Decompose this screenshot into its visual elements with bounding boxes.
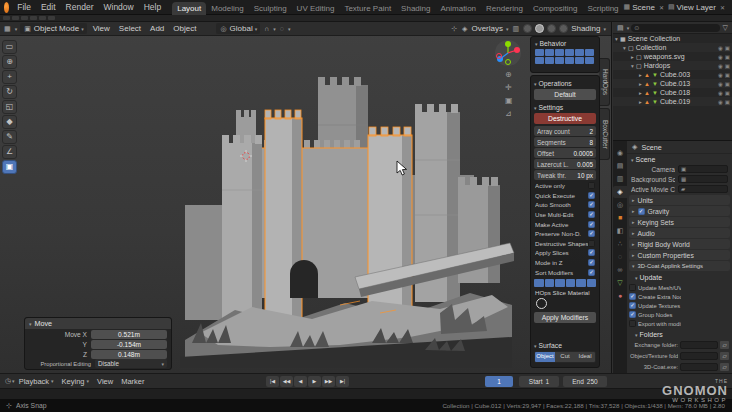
object-texture-folder-field[interactable] xyxy=(680,352,718,360)
apply-modifiers-button[interactable]: Apply Modifiers xyxy=(534,312,596,323)
play-reverse-button[interactable]: ◀ xyxy=(294,376,307,387)
frame-end-field[interactable]: End250 xyxy=(563,376,607,387)
tab-particles[interactable]: ∴ xyxy=(613,238,627,250)
tool-measure[interactable]: ∠ xyxy=(2,145,17,159)
checkbox[interactable] xyxy=(588,221,595,228)
chevron-down-icon[interactable]: ▾ xyxy=(534,105,537,111)
surface-mode-cut[interactable]: Cut xyxy=(555,352,575,362)
outliner-row-cube003[interactable]: ▸▲▼Cube.003◉▣ xyxy=(613,70,732,79)
chevron-down-icon[interactable]: ▾ xyxy=(534,81,537,87)
surface-mode-ideal[interactable]: Ideal xyxy=(575,352,595,362)
hardops-quick-icon[interactable] xyxy=(535,49,544,56)
outliner-editor-icon[interactable]: ▤ xyxy=(616,24,625,32)
check-export-modif[interactable]: Export with modif... xyxy=(629,319,681,328)
sidebar-tab-boxcutter[interactable]: BoxCutter xyxy=(599,108,610,160)
shading-solid-icon[interactable] xyxy=(535,24,544,33)
play-button[interactable]: ▶ xyxy=(308,376,321,387)
tab-scripting[interactable]: Scripting xyxy=(582,2,623,15)
menu-add[interactable]: Add xyxy=(147,24,167,33)
tweak-threshold-field[interactable]: Tweak thr.10 px xyxy=(534,170,596,180)
check-preserve[interactable]: Preserve Non-D. xyxy=(531,229,599,239)
folder-browse-icon[interactable]: ▱ xyxy=(720,341,729,349)
tab-layout[interactable]: Layout xyxy=(172,2,206,15)
tool-select-box[interactable]: ▭ xyxy=(2,40,17,54)
checkbox[interactable] xyxy=(588,230,595,237)
section-3dcoat[interactable]: ▾3D-Coat Applink Settings xyxy=(629,261,730,271)
tool-add-cube[interactable]: ▣ xyxy=(2,160,17,174)
tab-modifiers[interactable]: ◧ xyxy=(613,225,627,237)
hide-icon[interactable]: ◉ xyxy=(718,81,723,87)
prev-keyframe-button[interactable]: ◀◀ xyxy=(280,376,293,387)
tool-move[interactable]: + xyxy=(2,70,17,84)
tab-object-data[interactable]: ▽ xyxy=(613,277,627,289)
disclosure-icon[interactable]: ▸ xyxy=(637,99,644,105)
section-units[interactable]: ▸Units xyxy=(629,195,730,205)
render-visibility-icon[interactable]: ▣ xyxy=(725,81,730,87)
menu-window[interactable]: Window xyxy=(98,2,138,12)
disclosure-icon[interactable]: ▸ xyxy=(629,54,636,60)
tab-output[interactable]: ▤ xyxy=(613,160,627,172)
tab-sculpting[interactable]: Sculpting xyxy=(249,2,292,15)
shading-wireframe-icon[interactable] xyxy=(523,24,532,33)
hardops-quick-icon[interactable] xyxy=(585,57,594,64)
chevron-down-icon[interactable]: ▾ xyxy=(534,343,537,349)
hardops-quick-icon[interactable] xyxy=(555,49,564,56)
tab-modeling[interactable]: Modeling xyxy=(206,2,248,15)
checkbox[interactable] xyxy=(629,311,636,318)
tab-animation[interactable]: Animation xyxy=(435,2,481,15)
checkbox[interactable] xyxy=(588,201,595,208)
proportional-dropdown[interactable]: Disable▾ xyxy=(95,359,167,368)
lazercut-field[interactable]: Lazercut L.0.005 xyxy=(534,159,596,169)
menu-help[interactable]: Help xyxy=(139,2,166,12)
tool-settings-icon[interactable] xyxy=(12,16,19,20)
timeline-track-area[interactable] xyxy=(0,388,732,399)
editor-type-icon[interactable]: ▦ xyxy=(3,25,12,33)
disclosure-icon[interactable]: ▸ xyxy=(637,81,644,87)
disclosure-icon[interactable]: ▾ xyxy=(621,45,628,51)
checkbox[interactable] xyxy=(588,259,595,266)
chevron-down-icon[interactable]: ▾ xyxy=(635,332,638,338)
disclosure-icon[interactable]: ▾ xyxy=(629,63,636,69)
tool-rotate[interactable]: ↻ xyxy=(2,85,17,99)
viewport-3d[interactable]: ▦ ▾ ▣ Object Mode ▾ View Select Add Obje… xyxy=(0,22,612,373)
move-y-field[interactable]: -0.154m xyxy=(91,340,167,349)
shading-label[interactable]: Shading xyxy=(571,24,600,33)
outliner-row-cube018[interactable]: ▸▲▼Cube.018◉▣ xyxy=(613,88,732,97)
material-circle-icon[interactable] xyxy=(536,298,547,309)
sort-option-icon[interactable] xyxy=(566,279,576,287)
check-sort-modifiers[interactable]: Sort Modifiers xyxy=(531,267,599,277)
exchange-folder-field[interactable] xyxy=(680,341,718,349)
chevron-down-icon[interactable]: ▾ xyxy=(29,321,32,327)
gravity-checkbox[interactable] xyxy=(638,208,645,215)
shading-rendered-icon[interactable] xyxy=(559,24,568,33)
hide-icon[interactable]: ◉ xyxy=(718,63,723,69)
tab-constraints[interactable]: ∞ xyxy=(613,264,627,276)
menu-marker[interactable]: Marker xyxy=(117,377,148,386)
jump-to-end-button[interactable]: ▶| xyxy=(336,376,349,387)
check-make-active[interactable]: Make Active xyxy=(531,219,599,229)
checkbox[interactable] xyxy=(588,182,595,189)
surface-mode-object[interactable]: Object xyxy=(535,352,555,362)
check-update-textures[interactable]: Update Textures xyxy=(629,301,681,310)
disclosure-icon[interactable]: ▾ xyxy=(613,36,620,42)
offset-field[interactable]: Offset0.0005 xyxy=(534,148,596,158)
snap-magnet-icon[interactable]: ∩ xyxy=(263,25,270,32)
outliner-row-weapons[interactable]: ▸▢weapons.svg◉▣ xyxy=(613,52,732,61)
check-quick-execute[interactable]: Quick Execute xyxy=(531,191,599,201)
check-destructive-shapes[interactable]: Destructive Shapes xyxy=(531,239,599,249)
checkbox[interactable] xyxy=(588,192,595,199)
checkbox[interactable] xyxy=(629,293,636,300)
orientation-dropdown[interactable]: ◎ Global ▾ xyxy=(216,23,260,34)
checkbox[interactable] xyxy=(629,302,636,309)
sidebar-tab-hardops[interactable]: HardOps xyxy=(599,58,610,106)
tab-view-layer[interactable]: ▥ xyxy=(613,173,627,185)
array-count-field[interactable]: Array count2 xyxy=(534,126,596,136)
section-gravity[interactable]: ▸Gravity xyxy=(629,206,730,216)
scene-selector[interactable]: Scene xyxy=(632,3,655,12)
current-frame-field[interactable]: 1 xyxy=(485,376,513,387)
tab-rendering[interactable]: Rendering xyxy=(481,2,528,15)
checkbox[interactable] xyxy=(629,284,636,291)
mode-dropdown[interactable]: ▣ Object Mode ▾ xyxy=(20,23,87,34)
hide-icon[interactable]: ◉ xyxy=(718,45,723,51)
camera-field[interactable]: ▣ xyxy=(678,165,728,173)
